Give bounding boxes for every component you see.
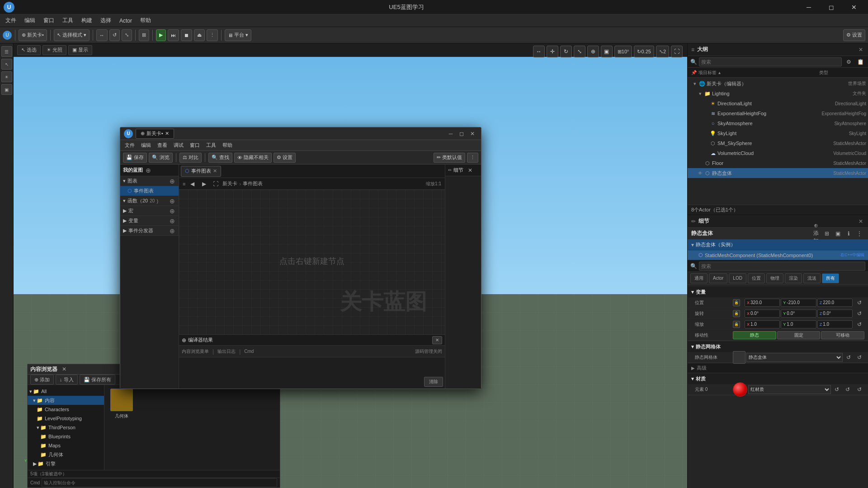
outline-item-skylight[interactable]: 💡 SkyLight SkyLight: [688, 128, 868, 138]
cb-asset-geometry[interactable]: 几何体: [108, 389, 135, 420]
details-close[interactable]: ✕: [857, 218, 864, 225]
outline-item-cloud[interactable]: ☁ VolumetricCloud VolumetricCloud: [688, 148, 868, 158]
bp-variables-add[interactable]: ⊕: [169, 217, 176, 225]
details-tab-all[interactable]: 所有: [822, 273, 839, 283]
restore-button[interactable]: ◻: [821, 0, 842, 14]
bp-dispatchers-add[interactable]: ⊕: [169, 227, 176, 235]
prop-staticmesh-header[interactable]: ▾ 静态网格体: [688, 341, 868, 352]
menu-tools[interactable]: 工具: [59, 15, 77, 26]
platform-button[interactable]: 🖥 平台 ▾: [225, 29, 251, 41]
cb-add-btn[interactable]: ⊕ 添加: [30, 375, 54, 385]
play-button[interactable]: ▶: [156, 29, 166, 41]
bp-graphs-header[interactable]: ▾ 图表 ⊕: [120, 176, 179, 186]
outline-close[interactable]: ✕: [857, 46, 864, 53]
bp-settings-btn[interactable]: ⚙ 设置: [274, 153, 296, 163]
comp-cpp-link[interactable]: 在C++中编辑: [840, 252, 864, 258]
bp-event-graph-tab-close[interactable]: ✕: [213, 168, 217, 174]
outline-item-floor[interactable]: ⬡ Floor StaticMeshActor: [688, 158, 868, 168]
display-btn[interactable]: ▣ 显示: [68, 45, 92, 55]
bp-clear-btn[interactable]: 清除: [424, 377, 443, 387]
bp-close[interactable]: ✕: [467, 129, 477, 139]
cb-tree-maps[interactable]: 📁 Maps: [28, 441, 104, 450]
scale-nav-btn[interactable]: ⤡: [574, 46, 585, 57]
outline-item-skysphere[interactable]: ⬡ SM_SkySphere StaticMeshActor: [688, 138, 868, 148]
cb-import-btn[interactable]: ↓ 导入: [56, 375, 78, 385]
menu-file[interactable]: 文件: [2, 15, 20, 26]
outline-item-fog[interactable]: ≋ ExponentialHeightFog ExponentialHeight…: [688, 108, 868, 118]
bp-breadcrumb-grid[interactable]: ⛶: [211, 179, 221, 189]
bp-find-btn[interactable]: 🔍 查找: [208, 153, 232, 163]
bp-my-blueprint-add[interactable]: ⊕: [145, 167, 152, 174]
details-tab-physics[interactable]: 物理: [766, 273, 783, 283]
prop-advanced-row[interactable]: ▶ 高级: [688, 363, 868, 373]
details-grid-btn[interactable]: ⊞: [822, 229, 832, 239]
bp-tab-level[interactable]: ⊕ 新关卡• ✕: [136, 129, 174, 139]
prop-material-reset[interactable]: ↺: [854, 385, 864, 394]
menu-help[interactable]: 帮助: [137, 15, 155, 26]
prop-material-select[interactable]: 红材质: [748, 385, 831, 394]
outline-search-input[interactable]: [699, 57, 842, 66]
bp-tab-close[interactable]: ✕: [165, 131, 169, 136]
new-level-button[interactable]: ⊕ 新关卡•: [19, 29, 47, 41]
outline-item-skyatmos[interactable]: ○ SkyAtmosphere SkyAtmosphere: [688, 118, 868, 128]
menu-edit[interactable]: 编辑: [21, 15, 39, 26]
bp-menu-file[interactable]: 文件: [122, 141, 137, 150]
details-add-btn[interactable]: ⊕ 添加: [811, 229, 821, 239]
outline-item-directional[interactable]: ☀ DirectionalLight DirectionalLight: [688, 99, 868, 108]
details-search-input[interactable]: [699, 262, 865, 271]
sidebar-display[interactable]: ▣: [1, 84, 12, 95]
menu-actor[interactable]: Actor: [116, 16, 136, 25]
select-mode-button[interactable]: ↖ 选择模式 ▾: [54, 29, 90, 41]
details-tab-lod[interactable]: LOD: [729, 273, 746, 283]
more-play-options[interactable]: ⋮: [207, 29, 218, 41]
details-options-btn[interactable]: ⋮: [854, 229, 864, 239]
details-tab-general[interactable]: 通用: [690, 273, 708, 283]
outline-settings-btn[interactable]: 📋: [855, 57, 865, 67]
prop-pos-lock[interactable]: 🔒: [733, 299, 740, 306]
grid-size-btn[interactable]: ⊞ 10°: [614, 46, 632, 57]
bp-macros-header[interactable]: ▶ 宏 ⊕: [120, 206, 179, 216]
cb-tree-content[interactable]: ▾ 📁 内容: [28, 396, 104, 405]
prop-transform-header[interactable]: ▾ 变量: [688, 286, 868, 297]
outline-filter-btn[interactable]: ⚙: [844, 57, 854, 67]
bp-menu-view[interactable]: 查看: [155, 141, 170, 150]
prop-mobility-static[interactable]: 静态: [733, 331, 776, 339]
prop-material-browse[interactable]: ↺: [832, 385, 842, 394]
bp-menu-window[interactable]: 窗口: [187, 141, 203, 150]
prop-mobility-fixed[interactable]: 固定: [777, 331, 821, 339]
outline-staticbox-eye[interactable]: 👁: [697, 169, 704, 177]
prop-scale-lock[interactable]: 🔒: [733, 321, 740, 328]
surface-nav-btn[interactable]: ▣: [601, 46, 613, 57]
bp-functions-add[interactable]: ⊕: [169, 197, 176, 205]
cb-close[interactable]: ✕: [59, 364, 69, 374]
bp-variables-header[interactable]: ▶ 变量 ⊕: [120, 216, 179, 226]
outline-item-staticbox[interactable]: 👁 ⬡ 静态盒体 StaticMeshActor: [688, 168, 868, 178]
outline-item-root[interactable]: ▾ 🌐 新关卡（编辑器） 世界场景: [688, 79, 868, 89]
bp-compare-btn[interactable]: ⚖ 对比: [179, 153, 202, 163]
details-filter-btn[interactable]: ▣: [833, 229, 843, 239]
details-tab-render[interactable]: 渲染: [785, 273, 802, 283]
prop-rot-lock[interactable]: 🔒: [733, 310, 740, 317]
details-info-btn[interactable]: ℹ: [844, 229, 854, 239]
details-tab-streaming[interactable]: 流送: [803, 273, 821, 283]
bp-menu-debug[interactable]: 调试: [171, 141, 186, 150]
eject-button[interactable]: ⏏: [194, 29, 205, 41]
vp-maximize-btn[interactable]: ⛶: [671, 46, 683, 57]
prop-scale-reset[interactable]: ↺: [854, 319, 864, 329]
prop-pos-reset[interactable]: ↺: [854, 298, 864, 308]
bp-compiler-close[interactable]: ✕: [432, 336, 442, 344]
rotate-button[interactable]: ↺: [109, 29, 120, 41]
bp-dispatchers-header[interactable]: ▶ 事件分发器 ⊕: [120, 226, 179, 236]
prop-rot-reset[interactable]: ↺: [854, 309, 864, 319]
settings-button[interactable]: ⚙ 设置: [843, 29, 865, 41]
bp-detail-close[interactable]: ✕: [465, 165, 475, 175]
bp-menu-help[interactable]: 帮助: [220, 141, 235, 150]
sidebar-light[interactable]: ☀: [1, 71, 12, 82]
menu-window[interactable]: 窗口: [40, 15, 58, 26]
bp-canvas[interactable]: 点击右键新建节点 关卡蓝图: [179, 190, 445, 334]
select-btn[interactable]: ↖ 选选: [17, 45, 41, 55]
bp-macros-add[interactable]: ⊕: [169, 207, 176, 215]
cb-tree-levelprototyping[interactable]: 📁 LevelPrototyping: [28, 414, 104, 423]
lighting-btn[interactable]: ☀ 光照: [42, 45, 66, 55]
cb-tree-all[interactable]: ▾ 📁 All: [28, 387, 104, 396]
